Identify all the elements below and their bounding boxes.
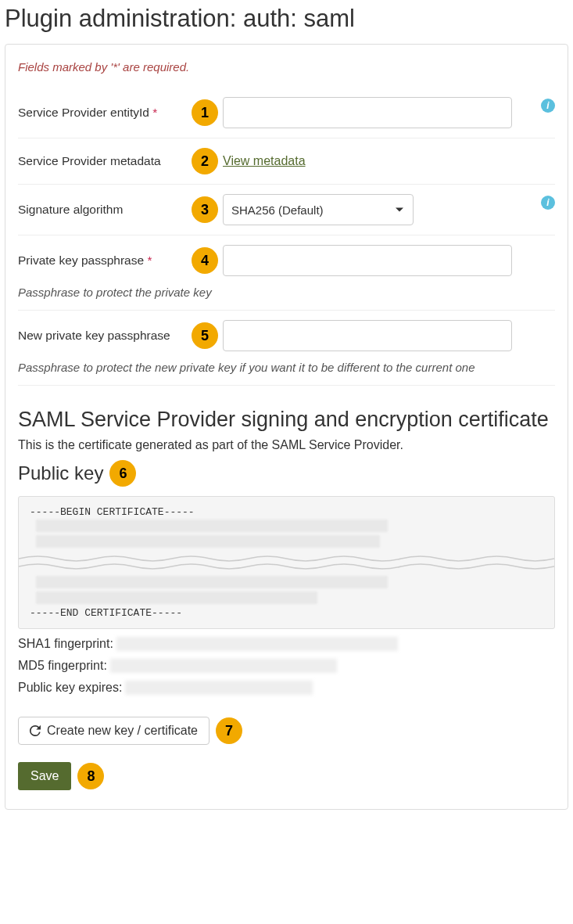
annotation-badge-4: 4 bbox=[192, 247, 218, 274]
expires-row: Public key expires: bbox=[18, 681, 555, 695]
annotation-badge-6: 6 bbox=[109, 460, 136, 487]
required-asterisk: * bbox=[152, 106, 157, 119]
field-metadata: Service Provider metadata 2 View metadat… bbox=[18, 138, 555, 185]
page-title: Plugin administration: auth: saml bbox=[5, 5, 568, 33]
pkpass-label: Private key passphrase bbox=[18, 253, 144, 267]
form-panel: Fields marked by '*' are required. Servi… bbox=[5, 44, 568, 810]
sha1-fingerprint-row: SHA1 fingerprint: bbox=[18, 637, 555, 651]
annotation-badge-3: 3 bbox=[192, 196, 218, 223]
cert-section: SAML Service Provider signing and encryp… bbox=[18, 408, 555, 790]
newpkpass-input[interactable] bbox=[223, 320, 512, 351]
sigalg-label: Signature algorithm bbox=[18, 203, 192, 217]
md5-fingerprint-row: MD5 fingerprint: bbox=[18, 659, 555, 673]
md5-label: MD5 fingerprint: bbox=[18, 659, 107, 673]
newpkpass-label: New private key passphrase bbox=[18, 329, 192, 343]
annotation-badge-5: 5 bbox=[192, 322, 218, 349]
annotation-badge-8: 8 bbox=[77, 763, 104, 789]
newpkpass-help: Passphrase to protect the new private ke… bbox=[18, 361, 555, 386]
entityid-label: Service Provider entityId bbox=[18, 106, 149, 119]
annotation-badge-1: 1 bbox=[192, 99, 218, 126]
tear-divider bbox=[19, 554, 554, 571]
field-pkpass: Private key passphrase * 4 bbox=[18, 235, 555, 286]
cert-heading: SAML Service Provider signing and encryp… bbox=[18, 408, 555, 432]
sigalg-select[interactable]: SHA256 (Default) bbox=[223, 194, 414, 225]
save-button[interactable]: Save bbox=[18, 762, 71, 790]
field-newpkpass: New private key passphrase 5 bbox=[18, 311, 555, 361]
metadata-label: Service Provider metadata bbox=[18, 154, 192, 168]
cert-end: -----END CERTIFICATE----- bbox=[30, 607, 543, 619]
field-sigalg: Signature algorithm 3 SHA256 (Default) i bbox=[18, 185, 555, 235]
publickey-subhead: Public key bbox=[18, 462, 103, 484]
sha1-value-redacted bbox=[116, 637, 398, 651]
annotation-badge-2: 2 bbox=[192, 148, 218, 174]
entityid-input[interactable] bbox=[223, 97, 512, 128]
create-key-button[interactable]: Create new key / certificate bbox=[18, 717, 210, 745]
pkpass-input[interactable] bbox=[223, 245, 512, 276]
info-icon[interactable]: i bbox=[541, 196, 555, 210]
required-asterisk: * bbox=[147, 253, 152, 267]
cert-desc: This is the certificate generated as par… bbox=[18, 438, 555, 452]
expires-value-redacted bbox=[125, 681, 313, 695]
expires-label: Public key expires: bbox=[18, 681, 122, 695]
cert-textarea: -----BEGIN CERTIFICATE----- -----END CER… bbox=[18, 496, 555, 629]
refresh-icon bbox=[30, 725, 41, 736]
info-icon[interactable]: i bbox=[541, 99, 555, 113]
required-note: Fields marked by '*' are required. bbox=[18, 60, 555, 74]
create-key-label: Create new key / certificate bbox=[47, 724, 198, 738]
field-entityid: Service Provider entityId * 1 i bbox=[18, 88, 555, 138]
view-metadata-link[interactable]: View metadata bbox=[223, 154, 306, 168]
sha1-label: SHA1 fingerprint: bbox=[18, 637, 113, 651]
cert-begin: -----BEGIN CERTIFICATE----- bbox=[30, 506, 543, 518]
chevron-down-icon bbox=[396, 208, 403, 212]
pkpass-help: Passphrase to protect the private key bbox=[18, 286, 555, 311]
annotation-badge-7: 7 bbox=[216, 717, 242, 744]
sigalg-value: SHA256 (Default) bbox=[231, 203, 324, 217]
md5-value-redacted bbox=[110, 659, 337, 673]
